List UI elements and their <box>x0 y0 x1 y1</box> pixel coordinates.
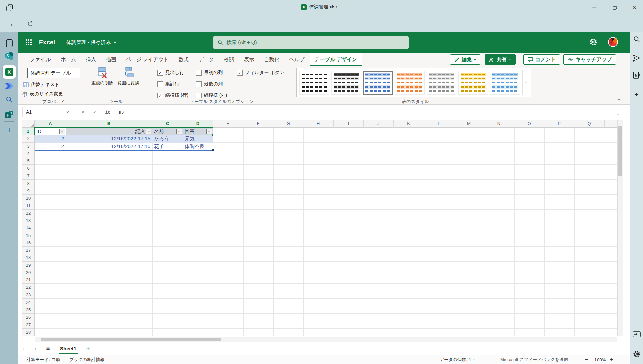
selection-fill-handle[interactable] <box>212 134 214 136</box>
col-header-E[interactable]: E <box>213 120 243 128</box>
ribbon-tab-8[interactable]: 表示 <box>239 53 259 66</box>
ribbon-tab-4[interactable]: ページ レイアウト <box>121 53 174 66</box>
row-header-22[interactable]: 22 <box>22 284 34 291</box>
row-header-13[interactable]: 13 <box>22 217 34 224</box>
table-style-thumb-blue[interactable] <box>363 71 393 95</box>
workbook-stats-button[interactable]: ブックの統計情報 <box>69 355 104 364</box>
row-header-24[interactable]: 24 <box>22 299 34 306</box>
col-header-J[interactable]: J <box>364 120 394 128</box>
table-style-thumb-dark-gray[interactable] <box>331 71 361 95</box>
row-header-26[interactable]: 26 <box>22 314 34 321</box>
share-button[interactable]: 共有 <box>485 54 516 65</box>
resize-table-button[interactable]: 表のサイズ変更 <box>22 90 63 98</box>
row-header-17[interactable]: 17 <box>22 247 34 254</box>
col-header-F[interactable]: F <box>243 120 273 128</box>
add-sheet-button[interactable]: + <box>82 345 94 352</box>
cancel-icon[interactable]: × <box>81 109 84 115</box>
zoom-level[interactable]: 100% <box>594 355 606 364</box>
ribbon-tab-0[interactable]: ファイル <box>25 53 56 66</box>
app-name[interactable]: Excel <box>39 39 55 46</box>
checkbox-box[interactable] <box>157 81 163 87</box>
table-header-cell[interactable]: 記入日 <box>66 128 152 135</box>
table-header-cell[interactable]: ID <box>35 128 66 135</box>
vertical-scroll-thumb[interactable] <box>618 126 622 176</box>
workspaces-icon[interactable] <box>5 4 14 12</box>
table-name-input[interactable]: 体調管理テーブル <box>27 68 80 78</box>
open-pane-icon[interactable] <box>633 331 641 338</box>
col-header-B[interactable]: B <box>66 120 152 128</box>
table-style-thumb-orange[interactable] <box>395 71 425 95</box>
checkbox-box[interactable]: ✓ <box>157 70 163 76</box>
sharepoint-icon[interactable]: S <box>5 52 14 60</box>
enter-icon[interactable]: ✓ <box>93 109 97 115</box>
calc-mode-status[interactable]: 計算モード: 自動 <box>27 355 60 364</box>
filter-button[interactable] <box>146 129 151 134</box>
collapse-ribbon-chevron[interactable] <box>618 97 620 103</box>
row-header-25[interactable]: 25 <box>22 306 34 314</box>
zoom-out-button[interactable]: − <box>585 355 588 364</box>
excel-app-icon[interactable]: X <box>3 65 16 79</box>
row-header-23[interactable]: 23 <box>22 291 34 299</box>
table-style-thumb-gold[interactable] <box>458 71 488 95</box>
ribbon-tab-11[interactable]: テーブル デザイン <box>310 53 362 66</box>
row-header-8[interactable]: 8 <box>22 180 34 187</box>
col-header-C[interactable]: C <box>152 120 183 128</box>
row-header-4[interactable]: 4 <box>22 150 34 157</box>
search-icon[interactable] <box>633 36 640 43</box>
name-box[interactable]: A1 <box>22 107 72 117</box>
option-checkbox[interactable]: ✓見出し行 <box>157 70 184 76</box>
col-header-L[interactable]: L <box>424 120 454 128</box>
ribbon-tab-3[interactable]: 描画 <box>101 53 121 66</box>
remove-duplicates-button[interactable]: 重複の削除 <box>90 67 115 86</box>
option-checkbox[interactable]: 集計行 <box>157 81 179 87</box>
power-automate-icon[interactable] <box>5 83 14 89</box>
checkbox-box[interactable]: ✓ <box>157 93 163 98</box>
send-icon[interactable] <box>633 54 641 62</box>
header-settings-gear-icon[interactable] <box>589 38 598 46</box>
all-sheets-menu-icon[interactable]: ≡ <box>41 345 55 352</box>
row-header-27[interactable]: 27 <box>22 321 34 329</box>
option-checkbox[interactable]: 最初の列 <box>196 70 223 76</box>
app-launcher-icon[interactable] <box>26 39 32 45</box>
col-header-Q[interactable]: Q <box>574 120 605 128</box>
ribbon-tab-2[interactable]: 挿入 <box>81 53 101 66</box>
fx-icon[interactable]: fx <box>105 109 110 115</box>
prev-sheet-chevron[interactable]: ‹ <box>18 345 30 352</box>
window-frame-icon[interactable] <box>5 39 13 48</box>
forms-icon[interactable]: F <box>5 111 14 119</box>
back-icon[interactable]: ← <box>7 18 18 29</box>
document-title[interactable]: 体調管理 - 保存済み <box>66 39 116 46</box>
table-cell[interactable]: 2 <box>35 143 66 150</box>
table-cell[interactable]: 12/16/2022 17:15 <box>66 143 152 150</box>
table-resize-handle[interactable] <box>212 149 214 151</box>
col-header-O[interactable]: O <box>514 120 544 128</box>
filter-button[interactable] <box>176 129 182 134</box>
table-cell[interactable]: 体調不良 <box>183 143 213 150</box>
formula-content[interactable]: ID <box>119 106 124 118</box>
ribbon-tab-10[interactable]: ヘルプ <box>284 53 309 66</box>
checkbox-box[interactable] <box>196 93 202 98</box>
next-sheet-chevron[interactable]: › <box>30 345 41 352</box>
checkbox-box[interactable] <box>196 70 202 76</box>
row-header-21[interactable]: 21 <box>22 276 34 284</box>
minimize-button[interactable]: ─ <box>589 3 600 13</box>
col-header-N[interactable]: N <box>484 120 514 128</box>
table-cell[interactable]: 元気 <box>183 135 213 142</box>
row-header-18[interactable]: 18 <box>22 254 34 261</box>
col-header-H[interactable]: H <box>303 120 334 128</box>
checkbox-box[interactable]: ✓ <box>237 70 243 76</box>
catch-up-button[interactable]: キャッチアップ <box>563 54 616 65</box>
grid-body[interactable]: ID記入日名前回答212/16/2022 17:15たろう元気212/16/20… <box>35 128 617 336</box>
row-header-15[interactable]: 15 <box>22 232 34 239</box>
table-style-thumb-none[interactable] <box>299 71 329 95</box>
search-app-icon[interactable] <box>6 96 13 103</box>
formula-bar-expand-chevron[interactable] <box>617 111 619 117</box>
row-header-10[interactable]: 10 <box>22 195 34 202</box>
search-box[interactable]: 検索 (Alt + Q) <box>213 36 409 49</box>
maximize-button[interactable] <box>610 3 620 13</box>
table-cell[interactable]: 12/16/2022 17:15 <box>66 135 152 142</box>
alt-text-button[interactable]: 代替テキスト <box>23 81 59 89</box>
row-header-16[interactable]: 16 <box>22 239 34 247</box>
gallery-more-chevron[interactable] <box>522 70 529 95</box>
feedback-link[interactable]: Microsoft にフィードバックを送信 <box>500 355 568 364</box>
